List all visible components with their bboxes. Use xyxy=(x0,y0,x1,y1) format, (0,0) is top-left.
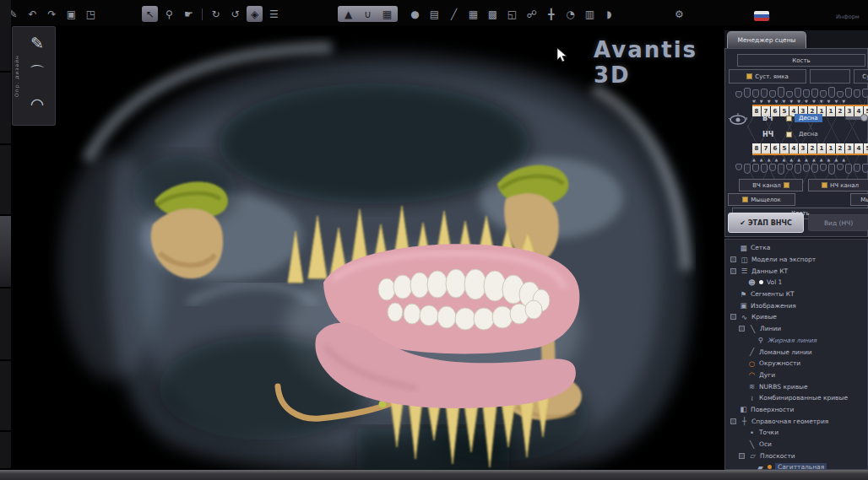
tooth-number-cell[interactable]: 3 xyxy=(845,143,854,154)
tree-row-axes[interactable]: ╲Оси xyxy=(725,439,867,450)
tooth-glyph[interactable] xyxy=(769,164,776,171)
upper-canal-checkbox[interactable] xyxy=(784,182,789,188)
gingiva-lower-toggle[interactable]: Десна xyxy=(786,130,822,138)
tree-row-polyline[interactable]: ╱Ломаные линии xyxy=(725,346,867,358)
tooth-glyph[interactable] xyxy=(752,164,759,172)
tooth-glyph[interactable] xyxy=(862,89,868,98)
tree-row-surfaces[interactable]: ◧Поверхности xyxy=(725,404,867,416)
tooth-glyph[interactable] xyxy=(820,90,827,98)
tree-checkbox[interactable] xyxy=(730,268,736,274)
tooth-number-cell[interactable]: 4 xyxy=(789,143,798,154)
tree-row-segments[interactable]: ⚑Сегменты КТ xyxy=(725,289,867,300)
redo-icon[interactable]: ↷ xyxy=(44,6,60,22)
tooth-glyph[interactable] xyxy=(837,91,844,98)
tree-row-arc[interactable]: ◠Дуги xyxy=(725,369,867,381)
tooth-number-cell[interactable]: 1 xyxy=(827,143,835,154)
tree-checkbox[interactable] xyxy=(730,256,736,262)
tooth-glyph[interactable] xyxy=(854,89,860,98)
tree-checkbox[interactable] xyxy=(739,326,745,332)
tooth-glyph[interactable] xyxy=(778,87,784,98)
tooth-glyph[interactable] xyxy=(811,89,818,98)
tooth-glyph[interactable] xyxy=(786,91,793,98)
tooth-glyph[interactable] xyxy=(803,164,810,172)
eye-icon[interactable] xyxy=(729,113,747,127)
undo-icon[interactable]: ↶ xyxy=(24,6,41,22)
tmj-stage-button[interactable]: ✔ ЭТАП ВНЧС xyxy=(728,213,804,233)
condyle-left-checkbox[interactable] xyxy=(742,197,748,202)
tooth-glyph[interactable] xyxy=(744,88,751,98)
tree-row-images[interactable]: ▣Изображения xyxy=(725,299,867,311)
tooth-glyph[interactable] xyxy=(744,164,751,174)
tree-checkbox[interactable] xyxy=(739,453,745,459)
orbit-view-icon[interactable]: ↺ xyxy=(227,6,243,22)
tooth-glyph[interactable] xyxy=(778,164,784,175)
tooth-number-cell[interactable]: 6 xyxy=(771,143,779,154)
tooth-glyph[interactable] xyxy=(837,164,844,170)
tooth-glyph[interactable] xyxy=(752,89,759,98)
tree-row-plane[interactable]: ▰Сагиттальная xyxy=(725,461,867,470)
tree-row-combined-curves[interactable]: ≀Комбинированные кривые xyxy=(725,392,867,404)
tooth-glyph[interactable] xyxy=(761,89,768,98)
gingiva-upper-checkbox[interactable] xyxy=(786,116,792,121)
tree-row-export-models[interactable]: ◫Модели на экспорт xyxy=(725,254,867,266)
upper-arch-view-icon[interactable]: ▲ xyxy=(340,6,356,22)
slider-knob[interactable] xyxy=(860,114,868,121)
tree-row-search-line[interactable]: ⚲Жирная линия xyxy=(725,335,867,347)
tooth-glyph[interactable] xyxy=(820,164,827,171)
gingiva-lower-checkbox[interactable] xyxy=(786,132,792,138)
gingiva-upper-toggle[interactable]: Десна xyxy=(786,114,822,122)
tooth-glyph[interactable] xyxy=(854,164,860,172)
clip-sphere-icon[interactable]: ◔ xyxy=(562,6,578,22)
tooth-number-cell[interactable]: 3 xyxy=(799,143,807,154)
pin-tool-icon[interactable]: ☍ xyxy=(524,6,540,22)
tooth-glyph[interactable] xyxy=(803,89,810,98)
tree-row-points[interactable]: •Точки xyxy=(725,427,867,439)
tooth-number-cell[interactable]: 8 xyxy=(752,106,761,116)
tree-row-planes[interactable]: ▱Плоскости xyxy=(725,450,867,461)
page-flag-icon[interactable]: ◗ xyxy=(601,6,617,22)
tooth-glyph[interactable] xyxy=(735,164,742,170)
chart-icon[interactable]: ▥ xyxy=(582,6,598,22)
arc-tool-icon[interactable]: ◠ xyxy=(24,91,50,116)
move-object-icon[interactable]: ◈ xyxy=(247,6,263,22)
tree-row-curves[interactable]: ∿Кривые xyxy=(725,311,867,323)
bone-top-row[interactable]: Кость xyxy=(737,54,865,67)
3d-viewport[interactable]: Avantis 3D xyxy=(11,25,724,470)
upper-canal-button[interactable]: ВЧ канал xyxy=(739,179,803,191)
tree-row-lines[interactable]: ╲Линии xyxy=(725,323,867,335)
tooth-number-cell[interactable]: 8 xyxy=(752,143,761,154)
tooth-glyph[interactable] xyxy=(786,164,793,170)
clipboard-icon[interactable]: ▣ xyxy=(63,6,79,22)
pan-hand-icon[interactable]: ☛ xyxy=(181,6,197,22)
tooth-number-cell[interactable]: 5 xyxy=(864,143,868,154)
draw-polyline-icon[interactable]: ✎ xyxy=(24,30,50,56)
tooth-number-cell[interactable]: 4 xyxy=(854,143,863,154)
lower-canal-checkbox[interactable] xyxy=(822,182,827,188)
table-grid-icon[interactable]: ▦ xyxy=(465,6,481,22)
tmj-view-button[interactable]: Вид (НЧ) xyxy=(808,214,868,231)
tooth-glyph[interactable] xyxy=(862,164,868,173)
tooth-glyph[interactable] xyxy=(795,164,801,174)
tooth-number-cell[interactable]: 7 xyxy=(762,143,770,154)
arc-by-points-icon[interactable]: ⌒ xyxy=(24,61,50,86)
tree-row-grid[interactable]: ▦Сетка xyxy=(725,242,867,254)
tooth-number-cell[interactable]: 5 xyxy=(780,143,789,154)
tree-row-ref-geometry[interactable]: ┼Справочная геометрия xyxy=(725,415,867,427)
tree-row-nurbs[interactable]: ≋NURBS кривые xyxy=(725,380,867,392)
transparency-slider[interactable] xyxy=(845,116,865,120)
language-flag-russian[interactable] xyxy=(754,11,769,21)
tooth-number-cell[interactable]: 1 xyxy=(817,143,826,154)
tooth-glyph[interactable] xyxy=(769,90,776,98)
align-objects-icon[interactable]: ☰ xyxy=(266,6,282,22)
fossa-left-button[interactable]: Суст. ямка xyxy=(729,69,806,84)
grid-view-icon[interactable]: ▦ xyxy=(379,6,395,22)
tooth-number-cell[interactable]: 3 xyxy=(845,106,854,116)
condyle-right-button[interactable]: Мыщелок xyxy=(850,193,868,206)
tooth-number-cell[interactable]: 2 xyxy=(836,106,844,116)
tree-row-head[interactable]: ☻Vol 1 xyxy=(725,277,867,289)
tooth-glyph[interactable] xyxy=(828,164,835,175)
rotate-view-icon[interactable]: ↻ xyxy=(208,6,224,22)
tree-checkbox[interactable] xyxy=(730,418,736,424)
tree-checkbox[interactable] xyxy=(730,314,736,320)
settings-gear-icon[interactable]: ⚙ xyxy=(671,6,687,22)
